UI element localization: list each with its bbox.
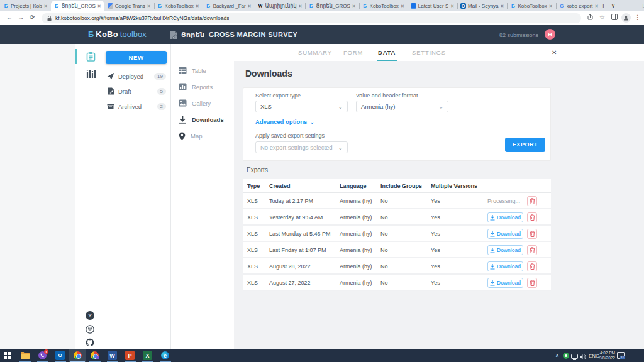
kobo-favicon: Ƃ [510,3,516,9]
browser-tab[interactable]: ƂProjects | Kob✕ [0,1,51,11]
tab-close-icon[interactable]: ✕ [147,4,151,9]
download-button[interactable]: Download [487,212,523,222]
browser-tab[interactable]: Gkobo export✕ [556,1,602,11]
browser-tab[interactable]: OMail - Seynya✕ [457,1,507,11]
export-row: XLS August 27, 2022 Armenia (hy) No Yes … [243,275,551,291]
browser-tab[interactable]: ƂKoboToolbox✕ [154,1,203,11]
export-row: XLS August 28, 2022 Armenia (hy) No Yes … [243,258,551,275]
sidebar-item-deployed[interactable]: Deployed 19 [102,70,171,82]
tab-close-icon[interactable]: ✕ [44,4,48,9]
archived-box-icon [107,102,114,110]
project-title: Ցորեն_GROSS MARGIN SURVEY [181,31,297,39]
excel-icon[interactable]: X [143,351,152,360]
url-field[interactable]: kf.kobotoolbox.org/#/forms/aPtW2ku37Rvbu… [42,13,581,23]
tab-search-icon[interactable]: ∨ [605,3,621,9]
library-chart-icon[interactable] [86,69,96,78]
tray-clock[interactable]: 4:02 PM 9/8/2022 [596,351,615,361]
browser-tab[interactable]: WԱպրիլունիկ✕ [255,1,306,11]
browser-tab-active[interactable]: ƂՑորեն_GROS✕ [51,1,104,11]
forward-icon[interactable]: → [18,14,24,21]
edge-icon[interactable]: e [160,351,170,360]
share-icon[interactable] [587,14,593,21]
volume-tray-icon[interactable] [578,352,587,361]
file-explorer-icon[interactable] [20,351,30,360]
tab-close-icon[interactable]: ✕ [501,4,504,9]
data-nav-reports[interactable]: Reports [171,82,234,92]
data-nav-table[interactable]: Table [171,65,234,75]
word-icon[interactable]: W [108,351,117,360]
export-button[interactable]: EXPORT [505,138,545,152]
maximize-button[interactable]: □ [636,3,644,9]
tab-close-icon[interactable]: ✕ [196,4,199,9]
browser-menu-icon[interactable]: ⋮ [635,14,641,21]
download-button[interactable]: Download [487,278,523,288]
saved-settings-select[interactable]: No export settings selected ⌄ [255,141,348,153]
tab-summary[interactable]: SUMMARY [298,44,332,61]
active-rail-indicator [75,49,77,64]
sidebar-item-draft[interactable]: Draft 5 [102,85,171,97]
download-button[interactable]: Download [487,229,523,239]
minimize-button[interactable]: – [621,3,636,9]
data-nav-gallery[interactable]: Gallery [171,98,234,108]
data-nav-map[interactable]: Map [171,131,234,141]
delete-export-button[interactable] [527,196,537,206]
tab-close-icon[interactable]: ✕ [450,4,454,9]
action-center-icon[interactable]: 11 [617,352,625,359]
advanced-options-toggle[interactable]: Advanced options ⌄ [255,118,314,125]
tab-data[interactable]: DATA [378,44,396,61]
tab-close-icon[interactable]: ✕ [595,4,599,9]
export-type-select[interactable]: XLS ⌄ [255,101,348,112]
tab-settings[interactable]: SETTINGS [412,44,446,61]
tab-close-icon[interactable]: ✕ [97,4,101,9]
browser-tab[interactable]: Google Trans✕ [104,1,154,11]
user-avatar[interactable]: H [545,29,555,40]
browser-tab[interactable]: ƂBackyard _Far✕ [203,1,255,11]
chevron-down-icon: ⌄ [309,118,314,125]
delete-export-button[interactable] [527,245,537,255]
delete-export-button[interactable] [527,212,537,222]
reload-icon[interactable]: ⟳ [30,14,35,21]
tab-form[interactable]: FORM [343,44,363,61]
browser-tab[interactable]: ƂKoboToolbox✕ [359,1,408,11]
tab-close-icon[interactable]: ✕ [248,4,252,9]
back-icon[interactable]: ← [6,14,13,21]
tab-close-icon[interactable]: ✕ [352,4,356,9]
tray-chevron-icon[interactable]: ∧ [555,353,559,358]
chrome-icon-active[interactable] [73,351,82,360]
license-icon[interactable] [86,325,94,334]
antivirus-tray-icon[interactable] [562,352,569,359]
export-row: XLS Last Friday at 1:07 PM Armenia (hy) … [243,242,551,258]
browser-address-bar: ← → ⟳ kf.kobotoolbox.org/#/forms/aPtW2ku… [0,11,644,25]
delete-export-button[interactable] [527,261,537,272]
kobo-favicon: Ƃ [206,3,211,9]
new-project-button[interactable]: NEW [106,51,167,64]
help-icon[interactable]: ? [86,311,94,320]
format-select[interactable]: Armenia (hy) ⌄ [356,101,448,112]
bookmark-star-icon[interactable]: ☆ [599,14,605,21]
browser-tab[interactable]: ƂKoboToolbox✕ [507,1,555,11]
browser-tab[interactable]: ƂՑորեն_GROS✕ [305,1,358,11]
delete-export-button[interactable] [527,229,537,239]
delete-export-button[interactable] [527,278,537,288]
close-project-icon[interactable]: ✕ [552,49,557,56]
tab-close-icon[interactable]: ✕ [299,4,303,9]
download-button[interactable]: Download [487,261,523,272]
kobotoolbox-logo[interactable]: ƂKoBotoolbox [88,30,147,39]
browser-tab-strip: ƂProjects | Kob✕ ƂՑորեն_GROS✕ Google Tra… [0,0,644,11]
side-panel-icon[interactable] [611,14,618,21]
browser-profile-avatar[interactable] [621,13,631,23]
download-button[interactable]: Download [487,245,523,255]
projects-clipboard-icon[interactable] [86,52,96,62]
data-nav-downloads[interactable]: Downloads [171,114,234,124]
viber-icon[interactable]: 1 [38,351,47,360]
github-icon[interactable] [86,338,94,347]
tab-close-icon[interactable]: ✕ [401,4,404,9]
powerpoint-icon[interactable]: P [125,351,135,360]
browser-tab[interactable]: Latest User S✕ [408,1,457,11]
outlook-icon[interactable]: O [55,351,65,360]
sidebar-item-archived[interactable]: Archived 2 [102,101,171,112]
chrome-profile2-icon[interactable] [90,351,99,360]
tab-close-icon[interactable]: ✕ [549,4,553,9]
start-button[interactable] [3,351,12,360]
export-settings-panel: Select export type Value and header form… [243,87,551,161]
